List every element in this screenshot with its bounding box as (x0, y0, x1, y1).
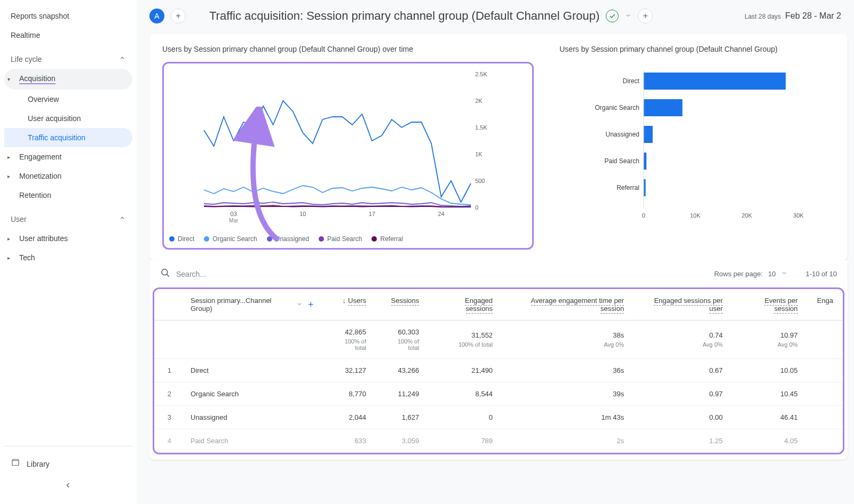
bar-chart-panel: Users by Session primary channel group (… (547, 34, 848, 260)
legend-item[interactable]: Paid Search (319, 235, 362, 243)
chevron-up-icon (118, 54, 126, 63)
add-comparison-button[interactable]: + (171, 9, 186, 23)
search-input[interactable] (176, 270, 283, 278)
svg-text:Referral: Referral (616, 184, 639, 191)
svg-text:2K: 2K (475, 98, 483, 104)
avatar[interactable]: A (149, 9, 164, 23)
page-title: Traffic acquisition: Session primary cha… (209, 9, 599, 23)
legend-item[interactable]: Organic Search (204, 235, 257, 243)
caret-right-icon: ▸ (7, 255, 10, 261)
customize-report-button[interactable]: + (638, 9, 653, 23)
line-chart[interactable]: 05001K1.5K2K2.5K03Mar101724 (169, 69, 527, 229)
svg-text:Mar: Mar (229, 218, 239, 223)
svg-text:03: 03 (231, 211, 237, 217)
svg-text:10: 10 (299, 211, 306, 217)
nav-tech[interactable]: ▸Tech (4, 248, 132, 267)
line-chart-legend: DirectOrganic SearchUnassignedPaid Searc… (169, 235, 527, 243)
caret-right-icon: ▸ (7, 154, 10, 160)
nav-user-attributes[interactable]: ▸User attributes (4, 229, 132, 248)
col-eng-per-user[interactable]: Engaged sessions per user (634, 289, 732, 321)
legend-item[interactable]: Direct (169, 235, 194, 243)
chevron-down-icon[interactable] (625, 12, 631, 20)
nav-section-lifecycle[interactable]: Life cycle (4, 49, 132, 69)
legend-item[interactable]: Referral (371, 235, 403, 243)
svg-text:1K: 1K (475, 151, 483, 157)
col-events-per-session[interactable]: Events per session (732, 289, 807, 321)
library-icon (11, 458, 20, 469)
nav-engagement[interactable]: ▸Engagement (4, 147, 132, 166)
table-row[interactable]: 1Direct32,12743,26621,49036s0.6710.05 (154, 359, 843, 382)
dimension-column-header[interactable]: Session primary...Channel Group) + (181, 289, 323, 321)
svg-text:Organic Search: Organic Search (595, 104, 639, 111)
caret-right-icon: ▸ (7, 173, 10, 179)
svg-text:Unassigned: Unassigned (606, 131, 639, 138)
nav-monetization[interactable]: ▸Monetization (4, 166, 132, 186)
caret-right-icon: ▸ (7, 236, 10, 242)
table-card: Rows per page: 10 1-10 of 10 Session pri… (149, 260, 848, 460)
nav-section-user[interactable]: User (4, 209, 132, 229)
table-row[interactable]: 2Organic Search8,77011,2498,54439s0.9710… (154, 382, 843, 406)
chevron-up-icon (118, 214, 126, 223)
caret-down-icon: ▾ (7, 76, 10, 82)
sort-desc-icon: ↓ (343, 297, 346, 305)
table-search[interactable] (160, 268, 707, 280)
nav-acquisition[interactable]: ▾ Acquisition (4, 69, 132, 90)
svg-rect-12 (644, 73, 786, 90)
table-row[interactable]: 4Paid Search6333,0597892s1.254.05 (154, 429, 843, 453)
nav-reports-snapshot[interactable]: Reports snapshot (4, 6, 132, 26)
svg-text:17: 17 (369, 211, 375, 217)
svg-text:500: 500 (475, 178, 485, 184)
svg-rect-14 (644, 99, 683, 116)
nav-retention[interactable]: Retention (4, 186, 132, 205)
line-chart-title: Users by Session primary channel group (… (162, 45, 534, 53)
svg-text:1.5K: 1.5K (475, 124, 487, 131)
col-truncated[interactable]: Enga (808, 289, 843, 321)
svg-text:0: 0 (475, 204, 478, 211)
svg-text:Direct: Direct (623, 77, 640, 85)
svg-text:20K: 20K (742, 212, 753, 219)
chevron-down-icon (781, 270, 787, 278)
col-users[interactable]: ↓Users (323, 289, 376, 321)
svg-point-26 (162, 269, 168, 275)
page-header: A + Traffic acquisition: Session primary… (137, 0, 854, 34)
main-content: A + Traffic acquisition: Session primary… (137, 0, 854, 504)
data-table: Session primary...Channel Group) + ↓User… (154, 289, 843, 453)
svg-text:24: 24 (438, 211, 444, 217)
date-range-picker[interactable]: Last 28 days Feb 28 - Mar 2 (745, 11, 841, 21)
col-engaged-sessions[interactable]: Engaged sessions (429, 289, 502, 321)
charts-card: Users by Session primary channel group (… (149, 34, 848, 260)
svg-text:2.5K: 2.5K (475, 71, 487, 77)
rows-per-page[interactable]: Rows per page: 10 (714, 270, 788, 278)
nav-library[interactable]: Library (4, 453, 132, 475)
nav-realtime[interactable]: Realtime (4, 26, 132, 45)
collapse-sidebar-button[interactable] (4, 475, 132, 498)
bar-chart[interactable]: DirectOrganic SearchUnassignedPaid Searc… (559, 62, 835, 222)
bar-chart-title: Users by Session primary channel group (… (559, 45, 835, 53)
nav-user-acquisition[interactable]: User acquisition (4, 109, 132, 128)
add-dimension-button[interactable]: + (308, 299, 314, 310)
search-icon (160, 268, 171, 280)
svg-text:30K: 30K (793, 212, 804, 219)
svg-text:10K: 10K (690, 212, 701, 219)
col-avg-eng-time[interactable]: Average engagement time per session (502, 289, 634, 321)
sidebar: Reports snapshot Realtime Life cycle ▾ A… (0, 0, 137, 504)
table-row[interactable]: 3Unassigned2,0441,62701m 43s0.0046.41 (154, 406, 843, 429)
pagination-text: 1-10 of 10 (805, 270, 837, 278)
col-sessions[interactable]: Sessions (376, 289, 429, 321)
line-chart-panel: Users by Session primary channel group (… (149, 34, 547, 260)
svg-rect-18 (644, 153, 646, 170)
svg-rect-20 (644, 179, 646, 196)
svg-rect-16 (644, 126, 653, 143)
svg-text:Paid Search: Paid Search (605, 157, 639, 165)
svg-text:0: 0 (642, 212, 645, 219)
verified-icon[interactable] (606, 10, 619, 22)
nav-overview[interactable]: Overview (4, 90, 132, 109)
chevron-down-icon (296, 301, 303, 309)
nav-traffic-acquisition[interactable]: Traffic acquisition (4, 128, 132, 147)
legend-item[interactable]: Unassigned (267, 235, 309, 243)
